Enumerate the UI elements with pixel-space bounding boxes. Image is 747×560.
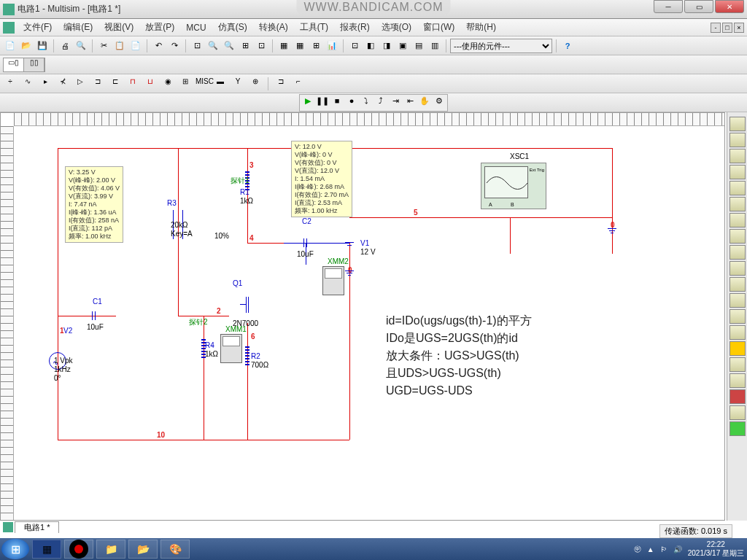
start-button[interactable]: ⊞ xyxy=(1,539,29,559)
funcgen-icon[interactable] xyxy=(729,133,746,147)
run-button[interactable]: ▶ xyxy=(301,96,314,109)
misc5-button[interactable]: ▥ xyxy=(427,39,442,53)
misc4-button[interactable]: ▤ xyxy=(411,39,426,53)
wire[interactable] xyxy=(284,243,349,244)
ground-icon[interactable] xyxy=(345,271,354,276)
new-button[interactable]: 📄 xyxy=(3,39,18,53)
zoom-in-button[interactable]: 🔍 xyxy=(206,39,220,53)
advanced-icon[interactable]: ▬ xyxy=(213,77,228,90)
task-record[interactable] xyxy=(64,540,93,559)
wire[interactable] xyxy=(204,440,349,440)
v1-label[interactable]: V1 xyxy=(360,239,369,247)
misc2-button[interactable]: ◨ xyxy=(379,39,394,53)
probe-icon[interactable] xyxy=(729,421,746,436)
analog-icon[interactable]: ▷ xyxy=(73,77,88,90)
print-button[interactable]: 🖨 xyxy=(58,39,72,53)
transistor-icon[interactable]: ⊀ xyxy=(55,77,70,90)
iv-analyzer-icon[interactable] xyxy=(729,277,746,292)
zoom-fit-button[interactable]: ⊡ xyxy=(254,39,268,53)
multimeter-xmm2[interactable] xyxy=(322,266,344,295)
clock-time[interactable]: 22:22 xyxy=(688,540,744,549)
v2-label[interactable]: V2 xyxy=(63,327,72,335)
preview-button[interactable]: 🔍 xyxy=(74,39,88,53)
annotation-text[interactable]: id=IDo(ugs/ugs(th)-1)的平方 IDo是UGS=2UGS(th… xyxy=(386,312,532,400)
volume-icon[interactable]: 🔊 xyxy=(673,545,682,553)
task-app2[interactable]: 🎨 xyxy=(160,540,190,559)
circuit-tab[interactable]: 电路1 * xyxy=(15,521,59,533)
undo-button[interactable]: ↶ xyxy=(151,39,166,53)
step-out-button[interactable]: ⇥ xyxy=(389,96,402,109)
source-icon[interactable]: ÷ xyxy=(3,77,18,90)
spectrum-icon[interactable] xyxy=(729,309,746,324)
clock-date[interactable]: 2021/3/17 星期三 xyxy=(688,549,744,558)
agilent-scope-icon[interactable] xyxy=(729,373,746,388)
misc3-button[interactable]: ▣ xyxy=(395,39,410,53)
sim-settings-button[interactable]: ✋ xyxy=(418,96,431,109)
step-into-button[interactable]: ⤵ xyxy=(360,96,373,109)
resistor-r2[interactable] xyxy=(243,345,252,367)
close-button[interactable]: ✕ xyxy=(715,0,744,13)
basic-icon[interactable]: ∿ xyxy=(20,77,35,90)
wire[interactable] xyxy=(247,243,284,244)
task-app1[interactable]: ▦ xyxy=(32,540,61,559)
cut-button[interactable]: ✂ xyxy=(96,39,111,53)
menu-view[interactable]: 视图(V) xyxy=(98,21,139,34)
capacitor-c2[interactable] xyxy=(298,238,313,247)
misc-icon[interactable]: MISC xyxy=(196,77,210,90)
help-button[interactable]: ? xyxy=(560,39,575,53)
postproc-button[interactable]: 📊 xyxy=(325,39,339,53)
bus-icon[interactable]: ⊐ xyxy=(274,77,288,90)
minimize-button[interactable]: ─ xyxy=(654,0,683,13)
agilent-fg-icon[interactable] xyxy=(729,341,746,356)
zoom-full-button[interactable]: ⊡ xyxy=(190,39,204,53)
open-button[interactable]: 📂 xyxy=(19,39,34,53)
network-icon[interactable] xyxy=(729,325,746,340)
misc-digital-icon[interactable]: ⊓ xyxy=(125,77,140,90)
mosfet-q1[interactable] xyxy=(240,294,255,316)
save-button[interactable]: 💾 xyxy=(35,39,50,53)
wire[interactable] xyxy=(612,148,613,254)
copy-button[interactable]: 📋 xyxy=(112,39,127,53)
bode-icon[interactable] xyxy=(729,197,746,211)
distortion-icon[interactable] xyxy=(729,293,746,308)
ground-icon-2[interactable] xyxy=(608,228,616,233)
tek-scope-icon[interactable] xyxy=(729,389,746,404)
misc1-button[interactable]: ◧ xyxy=(363,39,378,53)
logic-analyzer-icon[interactable] xyxy=(729,245,746,260)
wattmeter-icon[interactable] xyxy=(729,149,746,163)
c1-label[interactable]: C1 xyxy=(93,298,102,306)
zoom-out-button[interactable]: 🔍 xyxy=(222,39,236,53)
freq-counter-icon[interactable] xyxy=(729,213,746,228)
oscilloscope-xsc1[interactable]: Ext Trig A B xyxy=(481,163,546,209)
menu-sim[interactable]: 仿真(S) xyxy=(212,21,253,34)
task-folder[interactable]: 📂 xyxy=(128,540,158,559)
agilent-mm-icon[interactable] xyxy=(729,357,746,372)
schematic-tab[interactable]: ▭▯ xyxy=(4,58,24,71)
cmos-icon[interactable]: ⊏ xyxy=(108,77,123,90)
stop-button[interactable]: ■ xyxy=(330,96,344,109)
labview-icon[interactable] xyxy=(729,405,746,420)
sim-analysis-button[interactable]: ⚙ xyxy=(433,96,446,109)
task-explorer[interactable]: 📁 xyxy=(96,540,125,559)
record-button[interactable]: ● xyxy=(345,96,358,109)
tray-up-icon[interactable]: ▲ xyxy=(647,545,654,553)
mdi-max[interactable]: □ xyxy=(722,23,732,33)
redo-button[interactable]: ↷ xyxy=(167,39,182,53)
diode-icon[interactable]: ▸ xyxy=(38,77,53,90)
3d-tab[interactable]: ▯▯ xyxy=(24,58,44,71)
indicator-icon[interactable]: ◉ xyxy=(160,77,175,90)
schematic-canvas[interactable]: V: 3.25 V V(峰-峰): 2.00 V V(有效值): 4.06 V … xyxy=(14,126,724,520)
pause-button[interactable]: ❚❚ xyxy=(316,96,329,109)
step-back-button[interactable]: ⇤ xyxy=(403,96,417,109)
menu-tools[interactable]: 工具(T) xyxy=(294,21,334,34)
r3-label[interactable]: R3 xyxy=(167,199,177,207)
menu-help[interactable]: 帮助(H) xyxy=(460,21,502,34)
logic-conv-icon[interactable] xyxy=(729,261,746,276)
wire[interactable] xyxy=(204,316,204,440)
zoom-area-button[interactable]: ⊞ xyxy=(238,39,252,53)
power-icon[interactable]: ⊞ xyxy=(178,77,193,90)
mdi-close[interactable]: × xyxy=(734,23,744,33)
menu-options[interactable]: 选项(O) xyxy=(376,21,417,34)
r2-label[interactable]: R2 xyxy=(251,352,260,360)
wire[interactable] xyxy=(349,217,612,218)
